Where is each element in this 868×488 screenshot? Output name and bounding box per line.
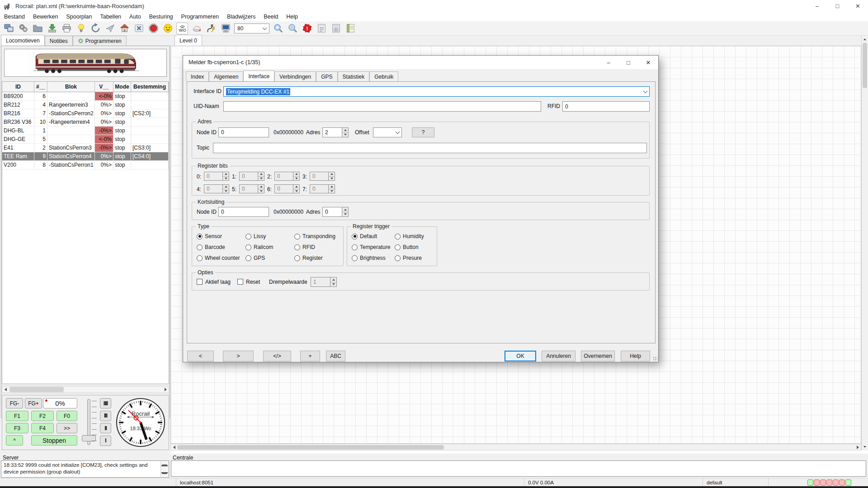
window-minimize-button[interactable]: – [807,0,827,12]
table-row[interactable]: DHG-BL1-0%>stop [2,127,169,135]
dialog-maximize-button[interactable]: □ [618,56,638,69]
column-header[interactable]: V__ [95,82,113,92]
workstation-icon[interactable] [3,23,14,34]
type-gps[interactable]: GPS [245,255,265,261]
tab-notities[interactable]: Notities [45,36,73,46]
menu-bewerken[interactable]: Bewerken [29,12,62,21]
table-row[interactable]: DHG-GE5<-0%stop [2,135,169,144]
fg-plus-button[interactable]: FG+ [25,398,42,408]
notes-icon[interactable] [316,23,327,34]
scroll-up-arrow[interactable] [862,36,868,42]
speed-step-IIII[interactable]: IIII [100,398,111,408]
trigger-button[interactable]: Button [395,244,419,250]
tab-programmeren[interactable]: Programmeren [73,36,127,46]
left-panel-hscrollbar[interactable] [2,386,169,393]
monitor-icon[interactable] [220,23,231,34]
fg-minus-button[interactable]: FG- [6,398,23,408]
nav-button-1[interactable]: > [223,351,254,361]
offset-dropdown[interactable] [373,127,402,137]
gears-icon[interactable] [17,23,29,34]
plan-hscrollbar[interactable] [170,444,861,450]
dialog-minimize-button[interactable]: – [599,56,618,69]
dialog-resize-grip[interactable] [653,357,657,361]
type-wheel-counter[interactable]: Wheel counter [197,255,240,261]
ok-button[interactable]: OK [505,351,536,361]
f2-button[interactable]: F2 [31,411,54,421]
scroll-right-arrow[interactable] [854,444,861,450]
kortsluiting-adres-spinner[interactable]: 0 [322,207,349,217]
speed-step-II[interactable]: II [100,423,111,433]
dialog-tab-index[interactable]: Index [186,71,209,81]
topic-input[interactable] [213,143,647,153]
window-close-button[interactable]: ✕ [848,0,868,12]
trigger-temperature[interactable]: Temperature [352,244,390,250]
stop-icon[interactable] [147,23,159,34]
type-register[interactable]: Register [294,255,323,261]
trigger-presure[interactable]: Presure [395,255,422,261]
scroll-right-arrow[interactable] [162,386,169,393]
power-plug-icon[interactable] [205,23,217,34]
open-folder-icon[interactable] [32,23,43,34]
table-row[interactable]: BB92006<-0%stop [2,92,169,101]
table-row[interactable]: BR236 V3610-Rangeerterrein40%>stop [2,118,169,127]
nav-button-0[interactable]: < [187,351,214,361]
scroll-thumb[interactable] [863,43,867,88]
nav-button-2[interactable]: </> [263,351,291,361]
menu-spoorplan[interactable]: Spoorplan [62,12,96,21]
type-lissy[interactable]: Lissy [245,233,266,239]
nav-button-4[interactable]: ABC [326,351,345,361]
column-header[interactable]: Mode [113,82,131,92]
column-header[interactable]: #__ [34,82,47,92]
type-transponding[interactable]: Transponding [294,233,335,239]
f0-button[interactable]: F0 [57,411,77,421]
dialog-tab-gebruik[interactable]: Gebruik [369,71,398,81]
menu-tabellen[interactable]: Tabellen [96,12,125,21]
book-icon[interactable] [344,23,356,34]
scroll-down-arrow[interactable] [862,444,868,450]
dome-icon[interactable] [191,23,203,34]
zoom-in-icon[interactable] [272,23,284,34]
menu-help[interactable]: Help [282,12,302,21]
wio-icon[interactable]: WIO [176,23,188,34]
home-icon[interactable] [118,23,130,34]
scroll-left-arrow[interactable] [171,444,177,450]
close-box-icon[interactable] [133,23,145,34]
table-row[interactable]: BR2167-StationCsPerron20%>stop[CS2:0] [2,109,169,118]
dialog-tab-statistiek[interactable]: Statistiek [338,71,370,81]
dialog-tab-verbindingen[interactable]: Verbindingen [274,71,316,81]
nav-button-3[interactable]: + [300,351,320,361]
column-header[interactable]: Bestemming [131,82,169,92]
menu-besturing[interactable]: Besturing [145,12,177,21]
trigger-brightness[interactable]: Brightness [352,255,386,261]
save-icon[interactable] [46,23,58,34]
table-row[interactable]: E412StationCsPerron3-0%>stop[CS3:0] [2,144,169,152]
power-smiley-icon[interactable] [162,23,174,34]
type-sensor[interactable]: Sensor [197,233,222,239]
refresh-icon[interactable] [90,23,101,34]
f1-button[interactable]: F1 [6,411,28,421]
table-icon[interactable] [330,23,342,34]
type-rfid[interactable]: RFID [294,244,315,250]
scroll-up-arrow[interactable] [161,461,168,469]
more-functions-button[interactable]: >> [57,423,77,433]
zoom-fit-icon[interactable] [287,23,298,34]
scroll-left-arrow[interactable] [2,386,9,393]
window-maximize-button[interactable]: □ [827,0,848,12]
type-barcode[interactable]: Barcode [197,244,225,250]
dialog-tab-interface[interactable]: Interface [243,70,274,81]
uid-naam-input[interactable] [223,101,541,112]
annuleren-button[interactable]: Annuleren [542,351,576,361]
menu-bladwijzers[interactable]: Bladwijzers [223,12,259,21]
aktief-laag-checkbox[interactable] [197,279,203,285]
rfid-input[interactable]: 0 [562,101,650,112]
server-log-scrollbar[interactable] [160,461,168,477]
lamp-icon[interactable] [75,23,87,34]
dialog-tab-gps[interactable]: GPS [316,71,337,81]
adres-spinner[interactable]: 2 [322,127,349,137]
table-row[interactable]: BR2124Rangeerterrein30%>stop [2,101,169,109]
alert-icon[interactable]: ! [301,23,313,34]
scroll-down-arrow[interactable] [161,469,168,477]
tab-locomotieven[interactable]: Locomotieven [1,35,45,46]
scroll-thumb[interactable] [177,445,444,450]
type-railcom[interactable]: Railcom [245,244,273,250]
